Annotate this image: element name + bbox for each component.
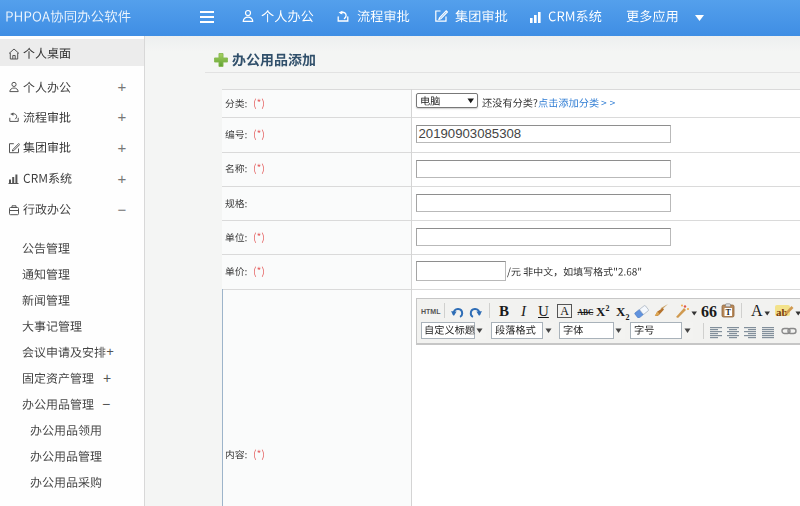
svg-text:T: T: [726, 308, 732, 317]
